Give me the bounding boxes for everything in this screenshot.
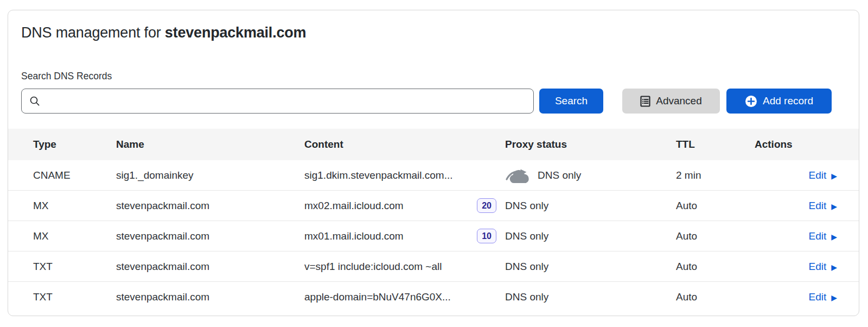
proxy-status-cell: DNS only	[505, 261, 676, 273]
edit-arrow-icon: ▶	[831, 294, 837, 301]
column-header-content: Content	[304, 139, 505, 150]
record-name: stevenpackmail.com	[116, 291, 304, 303]
proxy-status-text: DNS only	[538, 169, 581, 181]
record-type: MX	[33, 200, 116, 212]
record-content: mx02.mail.icloud.com	[304, 200, 404, 212]
dns-management-card: DNS management for stevenpackmail.com Se…	[8, 10, 859, 316]
search-button[interactable]: Search	[539, 89, 603, 114]
record-name: stevenpackmail.com	[116, 261, 304, 273]
search-label: Search DNS Records	[21, 71, 859, 82]
edit-arrow-icon: ▶	[831, 203, 837, 210]
edit-label: Edit	[808, 261, 826, 273]
record-ttl: Auto	[676, 200, 755, 212]
record-content: mx01.mail.icloud.com	[304, 230, 404, 242]
domain-name: stevenpackmail.com	[165, 24, 307, 41]
edit-record-link[interactable]: Edit▶	[808, 261, 837, 273]
page-title: DNS management for stevenpackmail.com	[21, 24, 859, 41]
record-content: apple-domain=bNuV47n6G0X...	[304, 291, 451, 303]
record-content: v=spf1 include:icloud.com ~all	[304, 261, 442, 273]
record-ttl: Auto	[676, 230, 755, 242]
proxy-status-text: DNS only	[505, 200, 548, 212]
table-row: MX stevenpackmail.com mx02.mail.icloud.c…	[8, 191, 859, 221]
plus-icon	[745, 95, 757, 108]
search-controls: Search Advanced Add re	[21, 89, 859, 114]
proxy-status-cell: DNS only	[505, 167, 676, 184]
column-header-actions: Actions	[755, 139, 837, 150]
edit-arrow-icon: ▶	[831, 233, 837, 241]
edit-label: Edit	[808, 200, 826, 212]
search-input[interactable]	[21, 89, 534, 114]
advanced-icon	[640, 96, 650, 107]
column-header-name: Name	[116, 139, 304, 150]
record-type: TXT	[33, 261, 116, 273]
edit-label: Edit	[808, 230, 826, 242]
mx-priority-badge: 20	[477, 198, 496, 213]
add-record-button-label: Add record	[763, 95, 813, 107]
top-section: DNS management for stevenpackmail.com Se…	[8, 10, 859, 114]
edit-label: Edit	[808, 291, 826, 303]
record-type: TXT	[33, 291, 116, 303]
edit-arrow-icon: ▶	[831, 263, 837, 271]
record-content: sig1.dkim.stevenpackmail.com...	[304, 169, 453, 181]
proxy-status-text: DNS only	[505, 230, 548, 242]
proxy-status-cell: DNS only	[505, 230, 676, 242]
table-row: MX stevenpackmail.com mx01.mail.icloud.c…	[8, 221, 859, 251]
dns-records-table: Type Name Content Proxy status TTL Actio…	[8, 129, 859, 312]
edit-record-link[interactable]: Edit▶	[808, 291, 837, 303]
record-ttl: 2 min	[676, 169, 755, 181]
record-name: sig1._domainkey	[116, 169, 304, 181]
record-ttl: Auto	[676, 291, 755, 303]
add-record-button[interactable]: Add record	[726, 89, 832, 114]
record-type: MX	[33, 230, 116, 242]
proxy-status-cell: DNS only	[505, 291, 676, 303]
table-header-row: Type Name Content Proxy status TTL Actio…	[8, 129, 859, 160]
column-header-type: Type	[33, 139, 116, 150]
record-ttl: Auto	[676, 261, 755, 273]
table-row: TXT stevenpackmail.com apple-domain=bNuV…	[8, 282, 859, 312]
advanced-button-label: Advanced	[656, 95, 702, 107]
column-header-ttl: TTL	[676, 139, 755, 150]
edit-label: Edit	[808, 169, 826, 181]
mx-priority-badge: 10	[477, 229, 496, 243]
page-title-prefix: DNS management for	[21, 24, 165, 41]
search-box	[21, 89, 534, 114]
dns-only-cloud-icon	[505, 167, 531, 184]
advanced-button[interactable]: Advanced	[622, 89, 720, 114]
edit-arrow-icon: ▶	[831, 172, 837, 180]
table-row: TXT stevenpackmail.com v=spf1 include:ic…	[8, 251, 859, 282]
edit-record-link[interactable]: Edit▶	[808, 230, 837, 242]
edit-record-link[interactable]: Edit▶	[808, 169, 837, 181]
table-row: CNAME sig1._domainkey sig1.dkim.stevenpa…	[8, 160, 859, 191]
column-header-proxy-status: Proxy status	[505, 139, 676, 150]
edit-record-link[interactable]: Edit▶	[808, 200, 837, 212]
record-name: stevenpackmail.com	[116, 200, 304, 212]
record-type: CNAME	[33, 169, 116, 181]
proxy-status-cell: DNS only	[505, 200, 676, 212]
proxy-status-text: DNS only	[505, 261, 548, 273]
search-button-label: Search	[555, 95, 588, 107]
proxy-status-text: DNS only	[505, 291, 548, 303]
record-name: stevenpackmail.com	[116, 230, 304, 242]
